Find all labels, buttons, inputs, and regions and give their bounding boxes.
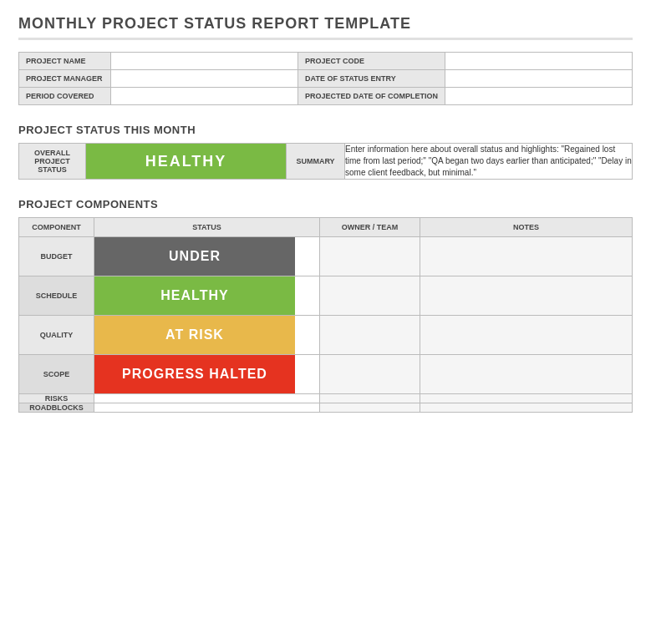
status-badge: PROGRESS HALTED <box>94 355 295 393</box>
component-label: Scope <box>19 355 94 394</box>
completion-value <box>445 88 632 105</box>
col-status: Status <box>94 218 320 237</box>
col-notes: Notes <box>420 218 633 237</box>
component-label: Roadblocks <box>19 403 94 413</box>
component-status-cell: UNDER <box>94 237 320 276</box>
components-section-title: Project Components <box>18 198 633 210</box>
page-title: Monthly Project Status Report Template <box>18 15 633 40</box>
status-badge: HEALTHY <box>94 276 295 315</box>
manager-value <box>111 70 298 88</box>
table-row: Risks <box>19 394 633 403</box>
overall-status-label: Overall Project Status <box>19 144 86 180</box>
table-row: ScopePROGRESS HALTED <box>19 355 633 394</box>
summary-label: Summary <box>287 144 345 180</box>
table-row: ScheduleHEALTHY <box>19 276 633 316</box>
component-label: Quality <box>19 316 94 355</box>
period-value <box>111 88 298 105</box>
component-notes <box>420 237 633 276</box>
status-section-title: Project Status This Month <box>18 124 633 136</box>
component-notes <box>420 355 633 394</box>
status-badge: AT RISK <box>94 316 295 354</box>
components-table: Component Status Owner / Team Notes Budg… <box>18 217 633 413</box>
project-code-value <box>445 53 632 70</box>
status-table: Overall Project Status HEALTHY Summary E… <box>18 143 633 180</box>
component-status-cell: PROGRESS HALTED <box>94 355 320 394</box>
component-status-cell <box>94 403 320 413</box>
project-name-value <box>111 53 298 70</box>
component-notes <box>420 403 633 413</box>
col-component: Component <box>19 218 94 237</box>
component-label: Budget <box>19 237 94 276</box>
component-notes <box>420 394 633 403</box>
manager-label: Project Manager <box>19 70 111 88</box>
component-status-cell <box>94 394 320 403</box>
table-row: BudgetUNDER <box>19 237 633 276</box>
completion-label: Projected Date of Completion <box>298 88 445 105</box>
table-row: QualityAT RISK <box>19 316 633 355</box>
status-section: Project Status This Month Overall Projec… <box>18 124 633 180</box>
period-label: Period Covered <box>19 88 111 105</box>
component-owner <box>320 355 420 394</box>
component-owner <box>320 403 420 413</box>
component-label: Schedule <box>19 276 94 316</box>
components-section: Project Components Component Status Owne… <box>18 198 633 413</box>
project-info-table: Project Name Project Code Project Manage… <box>18 52 633 105</box>
project-code-label: Project Code <box>298 53 445 70</box>
component-owner <box>320 394 420 403</box>
status-date-label: Date of Status Entry <box>298 70 445 88</box>
component-label: Risks <box>19 394 94 403</box>
component-status-cell: AT RISK <box>94 316 320 355</box>
overall-status-value: HEALTHY <box>86 144 287 180</box>
summary-text: Enter information here about overall sta… <box>345 144 633 180</box>
component-notes <box>420 276 633 316</box>
component-status-cell: HEALTHY <box>94 276 320 316</box>
component-owner <box>320 237 420 276</box>
component-notes <box>420 316 633 355</box>
status-date-value <box>445 70 632 88</box>
status-badge: UNDER <box>94 237 295 276</box>
component-owner <box>320 316 420 355</box>
component-owner <box>320 276 420 316</box>
project-name-label: Project Name <box>19 53 111 70</box>
col-owner: Owner / Team <box>320 218 420 237</box>
table-row: Roadblocks <box>19 403 633 413</box>
